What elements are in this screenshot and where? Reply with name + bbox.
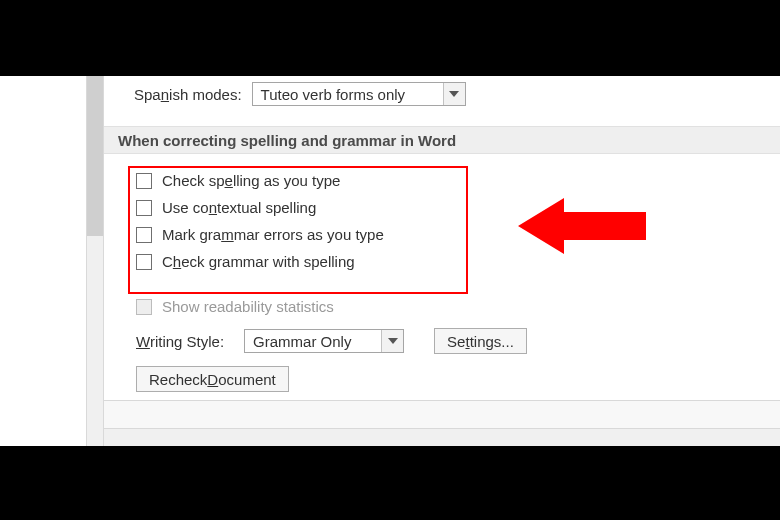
scrollbar-horizontal[interactable] (104, 428, 780, 446)
mark-grammar-checkbox[interactable] (136, 227, 152, 243)
recheck-document-button[interactable]: Recheck Document (136, 366, 289, 392)
section-header: When correcting spelling and grammar in … (104, 126, 780, 154)
check-grammar-row: Check grammar with spelling (136, 253, 384, 270)
settings-button[interactable]: Settings... (434, 328, 527, 354)
spanish-modes-select[interactable]: Tuteo verb forms only (252, 82, 466, 106)
letterbox: Spanish modes: Tuteo verb forms only Whe… (0, 0, 780, 520)
writing-style-label: Writing Style: (136, 333, 224, 350)
svg-marker-0 (518, 198, 646, 254)
annotation-arrow-left-icon (518, 196, 648, 256)
check-grammar-checkbox[interactable] (136, 254, 152, 270)
scroll-thumb[interactable] (87, 76, 103, 236)
check-spelling-checkbox[interactable] (136, 173, 152, 189)
contextual-spelling-row: Use contextual spelling (136, 199, 384, 216)
writing-style-value: Grammar Only (253, 333, 351, 350)
dialog-panel: Spanish modes: Tuteo verb forms only Whe… (0, 76, 780, 446)
readability-row: Show readability statistics (136, 298, 334, 315)
section-title: When correcting spelling and grammar in … (118, 132, 456, 149)
checkbox-list: Check spelling as you type Use contextua… (136, 172, 384, 270)
mark-grammar-label: Mark grammar errors as you type (162, 226, 384, 243)
check-grammar-label: Check grammar with spelling (162, 253, 355, 270)
writing-style-row: Writing Style: Grammar Only Settings... (136, 328, 527, 354)
mark-grammar-row: Mark grammar errors as you type (136, 226, 384, 243)
spanish-modes-row: Spanish modes: Tuteo verb forms only (134, 82, 466, 106)
readability-label: Show readability statistics (162, 298, 334, 315)
scrollbar-vertical[interactable] (86, 76, 104, 446)
check-spelling-row: Check spelling as you type (136, 172, 384, 189)
spanish-modes-label: Spanish modes: (134, 86, 242, 103)
contextual-spelling-checkbox[interactable] (136, 200, 152, 216)
chevron-down-icon[interactable] (381, 330, 403, 352)
readability-checkbox (136, 299, 152, 315)
spanish-modes-value: Tuteo verb forms only (261, 86, 406, 103)
check-spelling-label: Check spelling as you type (162, 172, 340, 189)
options-content: Spanish modes: Tuteo verb forms only Whe… (104, 76, 780, 428)
writing-style-select[interactable]: Grammar Only (244, 329, 404, 353)
contextual-spelling-label: Use contextual spelling (162, 199, 316, 216)
section-divider (104, 400, 780, 428)
recheck-row: Recheck Document (136, 366, 289, 392)
chevron-down-icon[interactable] (443, 83, 465, 105)
